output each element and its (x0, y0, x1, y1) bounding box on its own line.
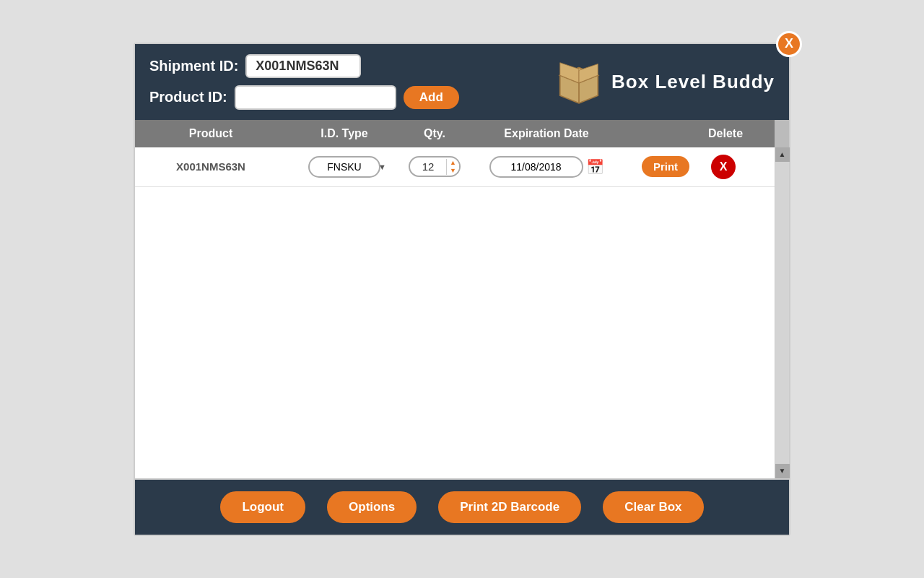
id-type-select[interactable]: FNSKU ASIN UPC EAN (308, 156, 380, 178)
calendar-button[interactable]: 📅 (586, 158, 604, 176)
delete-cell: X (705, 155, 741, 179)
product-id-row: Product ID: Add (149, 85, 459, 110)
scroll-up-button[interactable]: ▲ (775, 147, 790, 162)
add-button[interactable]: Add (404, 86, 459, 109)
product-id-label: Product ID: (149, 89, 227, 105)
col-delete: Delete (705, 120, 741, 147)
delete-button[interactable]: X (711, 155, 736, 179)
footer: Logout Options Print 2D Barcode Clear Bo… (135, 480, 789, 535)
qty-spinners: ▲ ▼ (446, 159, 459, 175)
print-button[interactable]: Print (642, 156, 689, 177)
logout-button[interactable]: Logout (220, 491, 305, 523)
scrollbar: ▲ ▼ (775, 147, 789, 478)
options-button[interactable]: Options (327, 491, 417, 523)
print-2d-barcode-button[interactable]: Print 2D Barcode (438, 491, 581, 523)
col-id-type: I.D. Type (287, 120, 402, 147)
qty-box: ▲ ▼ (409, 156, 461, 177)
id-type-cell: FNSKU ASIN UPC EAN (287, 156, 402, 178)
qty-down-button[interactable]: ▼ (447, 167, 459, 175)
date-wrapper: 11/08/2018 📅 (467, 156, 626, 178)
date-input[interactable]: 11/08/2018 (489, 156, 583, 178)
header-left: Shipment ID: X001NMS63N FBA5PHZJD2 Produ… (149, 54, 459, 110)
logo-text: Box Level Buddy (611, 72, 775, 92)
qty-wrapper: ▲ ▼ (402, 156, 467, 177)
qty-up-button[interactable]: ▲ (447, 159, 459, 167)
scrollbar-header-space (775, 120, 789, 147)
logo-box-icon (554, 56, 604, 107)
col-product: Product (135, 120, 287, 147)
col-print (626, 126, 705, 141)
table-header-row: Product I.D. Type Qty. Expiration Date D… (135, 120, 775, 147)
header: Shipment ID: X001NMS63N FBA5PHZJD2 Produ… (135, 44, 789, 120)
col-qty: Qty. (402, 120, 467, 147)
shipment-id-label: Shipment ID: (149, 58, 238, 74)
logo: Box Level Buddy (554, 56, 775, 107)
app-window: X Shipment ID: X001NMS63N FBA5PHZJD2 Pro… (134, 43, 790, 536)
col-expiration-date: Expiration Date (467, 120, 626, 147)
print-cell: Print (626, 156, 705, 177)
scroll-track (775, 162, 789, 464)
product-cell: X001NMS63N (135, 160, 287, 173)
close-button[interactable]: X (776, 31, 802, 57)
shipment-id-value: X001NMS63N (245, 54, 361, 78)
product-id-input[interactable] (235, 85, 396, 110)
table-content: X001NMS63N FNSKU ASIN UPC EAN (135, 147, 775, 478)
id-type-wrapper: FNSKU ASIN UPC EAN (287, 156, 402, 178)
clear-box-button[interactable]: Clear Box (603, 491, 703, 523)
table-header: Product I.D. Type Qty. Expiration Date D… (135, 120, 789, 147)
scroll-down-button[interactable]: ▼ (775, 464, 790, 478)
qty-cell: ▲ ▼ (402, 156, 467, 177)
table-body: X001NMS63N FNSKU ASIN UPC EAN (135, 147, 789, 480)
shipment-id-row: Shipment ID: X001NMS63N FBA5PHZJD2 (149, 54, 459, 78)
qty-input[interactable] (410, 158, 446, 176)
date-cell: 11/08/2018 📅 (467, 156, 626, 178)
table-row: X001NMS63N FNSKU ASIN UPC EAN (135, 147, 775, 187)
